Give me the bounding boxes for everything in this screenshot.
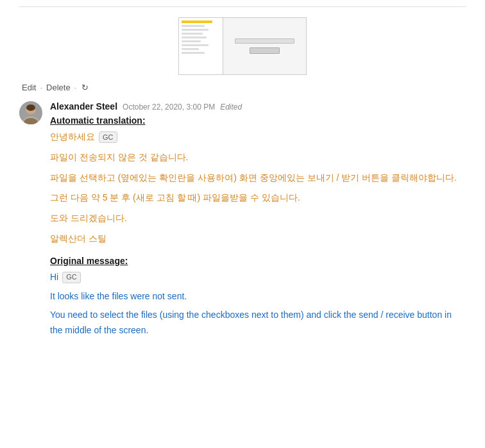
message-header: Alexander Steel October 22, 2020, 3:00 P… <box>50 101 466 112</box>
korean-greeting-line: 안녕하세요 GC <box>50 129 466 145</box>
korean-greeting-text: 안녕하세요 <box>50 129 95 145</box>
original-line-1: It looks like the files were not sent. <box>50 289 466 304</box>
author-name: Alexander Steel <box>50 101 117 112</box>
top-divider <box>19 6 466 7</box>
svg-point-4 <box>26 104 35 111</box>
korean-line-5: 알렉산더 스틸 <box>50 231 466 247</box>
avatar-svg <box>19 101 42 124</box>
screenshot-right-panel <box>223 18 306 74</box>
screenshot-left-panel <box>179 18 223 74</box>
automatic-translation-label: Automatic translation: <box>50 115 466 126</box>
refresh-icon[interactable]: ↻ <box>80 83 89 92</box>
original-greeting-line: Hi GC <box>50 270 466 285</box>
dot-separator-2: · <box>74 83 77 92</box>
dot-separator-1: · <box>40 83 42 92</box>
edited-badge: Edited <box>220 103 242 112</box>
edit-link[interactable]: Edit <box>22 83 36 92</box>
korean-line-1: 파일이 전송되지 않은 것 같습니다. <box>50 150 466 165</box>
korean-line-3: 그런 다음 약 5 분 후 (새로 고침 할 때) 파일을받을 수 있습니다. <box>50 190 466 206</box>
original-greeting-text: Hi <box>50 270 58 285</box>
screenshot-input-bar <box>235 38 294 44</box>
korean-text-block: 안녕하세요 GC 파일이 전송되지 않은 것 같습니다. 파일을 선택하고 (옆… <box>50 129 466 247</box>
avatar <box>19 101 42 124</box>
message-block: Alexander Steel October 22, 2020, 3:00 P… <box>19 101 466 342</box>
screenshot-button <box>250 47 280 54</box>
timestamp: October 22, 2020, 3:00 PM <box>123 103 215 112</box>
screenshot-thumbnail-container <box>19 17 466 75</box>
action-bar: Edit · Delete · ↻ <box>19 83 466 92</box>
message-content: Alexander Steel October 22, 2020, 3:00 P… <box>50 101 466 342</box>
original-line-2: You need to select the files (using the … <box>50 308 466 338</box>
gc-badge-korean: GC <box>99 131 117 143</box>
page-container: Edit · Delete · ↻ Alexander Steel Octobe… <box>0 0 485 355</box>
original-text-block: Hi GC It looks like the files were not s… <box>50 270 466 338</box>
screenshot-thumbnail <box>178 17 307 75</box>
original-message-section: Original message: Hi GC It looks like th… <box>50 256 466 338</box>
korean-line-2: 파일을 선택하고 (옆에있는 확인란을 사용하여) 화면 중앙에있는 보내기 /… <box>50 170 466 186</box>
original-message-label: Original message: <box>50 256 466 266</box>
korean-line-4: 도와 드리겠습니다. <box>50 211 466 226</box>
gc-badge-original: GC <box>62 272 81 283</box>
delete-link[interactable]: Delete <box>46 83 71 92</box>
